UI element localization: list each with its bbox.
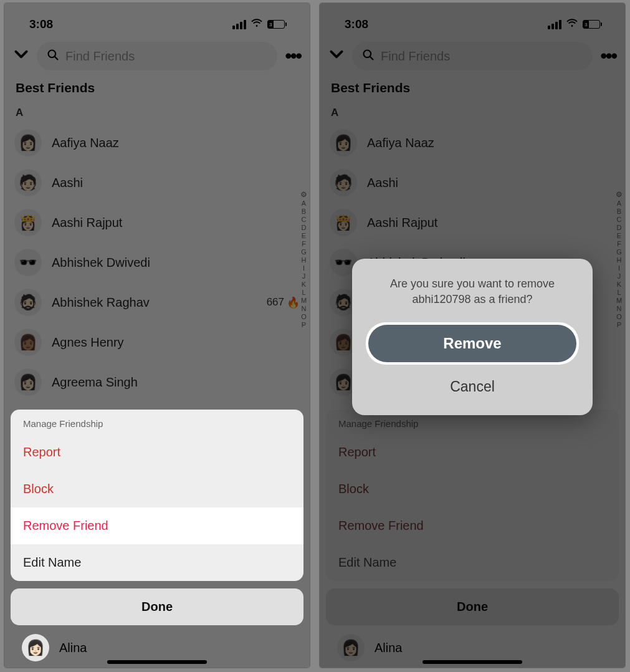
search-placeholder: Find Friends	[65, 49, 135, 64]
group-letter: A	[320, 104, 625, 123]
search-icon	[362, 49, 375, 64]
remove-friend-button[interactable]: Remove Friend	[11, 507, 303, 544]
done-button[interactable]: Done	[11, 588, 303, 625]
search-row: Find Friends •••	[320, 37, 625, 77]
friend-row[interactable]: 🧔🏻 Abhishek Raghav 667🔥	[11, 282, 303, 322]
gear-icon: ⚙	[616, 190, 623, 199]
report-button[interactable]: Report	[11, 434, 303, 471]
fire-icon: 🔥	[287, 296, 300, 309]
friend-list: 👩🏻 Aafiya Naaz 🧑🏻 Aashi 👸🏻 Aashi Rajput …	[4, 123, 310, 402]
action-sheet: Manage Friendship Report Block Remove Fr…	[11, 410, 303, 661]
search-placeholder: Find Friends	[381, 49, 450, 64]
friend-name: Aafiya Naaz	[52, 136, 300, 150]
search-input[interactable]: Find Friends	[37, 42, 277, 70]
confirm-message: Are you sure you want to remove abhi1207…	[366, 276, 579, 307]
list-peek: 👩🏻 Alina	[326, 625, 619, 661]
avatar: 👩🏻	[14, 129, 42, 156]
report-button[interactable]: Report	[326, 434, 619, 471]
status-bar: 3:08 3	[320, 3, 625, 37]
streak-badge: 667🔥	[267, 296, 300, 309]
friend-row[interactable]: 👩🏽 Agnes Henry	[11, 322, 303, 362]
avatar: 🧑🏻	[14, 169, 42, 196]
alpha-index[interactable]: ⚙ A B C D E F G H I J K L M N O P	[300, 190, 307, 329]
group-letter: A	[4, 104, 310, 123]
svg-line-1	[55, 56, 58, 59]
avatar: 🕶️	[14, 249, 42, 276]
search-input[interactable]: Find Friends	[352, 42, 593, 70]
remove-friend-button[interactable]: Remove Friend	[326, 507, 619, 544]
battery-icon: 3	[583, 20, 600, 29]
avatar: 🧑🏻	[330, 169, 357, 196]
status-time: 3:08	[345, 17, 368, 31]
alpha-index[interactable]: ⚙ A B C D E F G H I J K L M N O P	[616, 190, 623, 329]
section-label: Best Friends	[4, 77, 310, 104]
status-icons: 3	[548, 19, 600, 30]
phone-right: 3:08 3 Find Friends ••• Best Friends A 👩…	[319, 2, 626, 668]
friend-row[interactable]: 👩🏻 Aafiya Naaz	[11, 123, 303, 163]
block-button[interactable]: Block	[326, 471, 619, 507]
sheet-card: Manage Friendship Report Block Remove Fr…	[326, 410, 619, 581]
chevron-down-icon[interactable]	[328, 46, 345, 67]
friend-name: Alina	[375, 641, 402, 655]
friend-name: Abhishek Dwivedi	[52, 256, 300, 270]
avatar: 👩🏽	[14, 329, 42, 356]
cancel-button[interactable]: Cancel	[366, 373, 579, 400]
avatar: 👩🏻	[330, 129, 357, 156]
sheet-title: Manage Friendship	[11, 410, 303, 434]
confirm-dialog: Are you sure you want to remove abhi1207…	[352, 259, 593, 415]
avatar: 👩🏻	[14, 368, 42, 396]
friend-name: Aashi Rajput	[52, 216, 300, 230]
search-icon	[47, 49, 59, 64]
status-time: 3:08	[29, 17, 53, 31]
more-icon[interactable]: •••	[285, 46, 301, 67]
friend-name: Alina	[59, 641, 87, 655]
sheet-card: Manage Friendship Report Block Remove Fr…	[11, 410, 303, 581]
chevron-down-icon[interactable]	[13, 46, 29, 67]
phone-left: 3:08 3 Find Friends ••• Best Friends A 👩…	[4, 2, 310, 668]
friend-name: Aashi	[52, 176, 300, 190]
more-icon[interactable]: •••	[600, 46, 616, 67]
friend-row[interactable]: 🧑🏻 Aashi	[326, 163, 619, 203]
friend-row[interactable]: 👸🏻 Aashi Rajput	[11, 203, 303, 242]
wifi-icon	[251, 19, 262, 30]
battery-icon: 3	[267, 20, 285, 29]
gear-icon: ⚙	[300, 190, 307, 199]
avatar: 👩🏻	[22, 634, 49, 661]
edit-name-button[interactable]: Edit Name	[326, 544, 619, 581]
search-row: Find Friends •••	[4, 37, 310, 77]
list-peek: 👩🏻 Alina	[11, 625, 303, 661]
home-indicator[interactable]	[422, 660, 522, 664]
remove-button-highlight: Remove	[366, 322, 579, 365]
friend-name: Aashi	[367, 176, 615, 190]
wifi-icon	[566, 19, 578, 30]
status-bar: 3:08 3	[4, 3, 310, 37]
avatar: 👸🏻	[14, 209, 42, 236]
friend-name: Abhishek Raghav	[52, 295, 257, 310]
avatar: 👩🏻	[337, 634, 365, 661]
friend-row[interactable]: 👩🏻 Aafiya Naaz	[326, 123, 619, 163]
signal-icon	[548, 20, 561, 29]
avatar: 🧔🏻	[14, 289, 42, 316]
status-icons: 3	[232, 19, 285, 30]
avatar: 👸🏻	[330, 209, 357, 236]
friend-name: Agnes Henry	[52, 335, 300, 350]
friend-row[interactable]: 🕶️ Abhishek Dwivedi	[11, 242, 303, 282]
remove-button[interactable]: Remove	[368, 325, 576, 362]
signal-icon	[232, 20, 246, 29]
friend-name: Aashi Rajput	[367, 216, 615, 230]
friend-name: Agreema Singh	[52, 375, 300, 390]
done-button[interactable]: Done	[326, 588, 619, 625]
friend-row[interactable]: 👩🏻 Agreema Singh	[11, 362, 303, 402]
friend-row[interactable]: 👸🏻 Aashi Rajput	[326, 203, 619, 242]
action-sheet: Manage Friendship Report Block Remove Fr…	[326, 410, 619, 661]
friend-row[interactable]: 🧑🏻 Aashi	[11, 163, 303, 203]
svg-line-3	[370, 56, 373, 59]
block-button[interactable]: Block	[11, 471, 303, 507]
edit-name-button[interactable]: Edit Name	[11, 544, 303, 581]
friend-name: Aafiya Naaz	[367, 136, 615, 150]
section-label: Best Friends	[320, 77, 625, 104]
